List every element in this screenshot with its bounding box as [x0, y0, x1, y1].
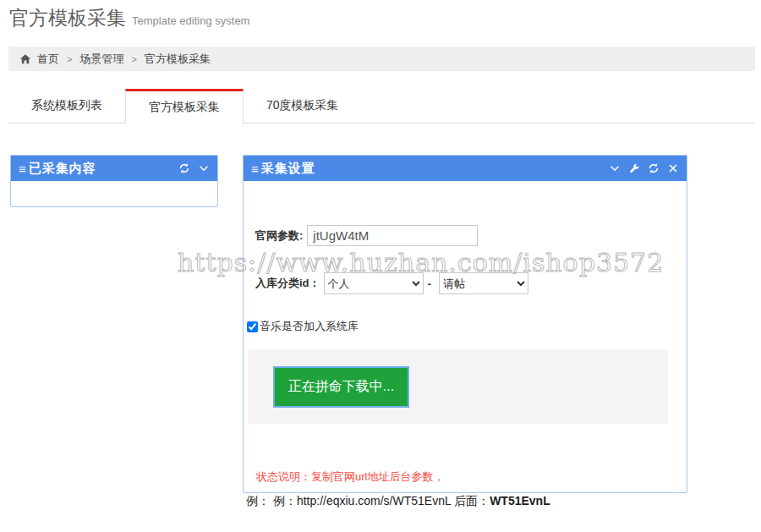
breadcrumb-separator: > [131, 54, 136, 64]
official-param-row: 官网参数: [255, 225, 478, 246]
tab-official-template-collect[interactable]: 官方模板采集 [125, 89, 244, 124]
category-id-row: 入库分类id： 个人 - 请帖 [255, 272, 528, 294]
close-icon[interactable] [667, 162, 679, 174]
tab-system-template-list[interactable]: 系统模板列表 [8, 89, 125, 123]
refresh-icon[interactable] [178, 162, 190, 174]
menu-icon: ≡ [251, 162, 258, 176]
breadcrumb-separator: > [67, 54, 72, 64]
music-checkbox-row: 音乐是否加入系统库 [247, 319, 359, 334]
tab-70du-template-collect[interactable]: 70度模板采集 [244, 89, 362, 123]
chevron-down-icon[interactable] [198, 162, 210, 174]
example-text: 例： 例：http://eqxiu.com/s/WT51EvnL 后面： [246, 494, 490, 507]
page: 官方模板采集Template editing system 首页 > 场景管理 … [0, 0, 761, 532]
collected-content-panel-header: ≡ 已采集内容 [11, 156, 217, 181]
collect-settings-panel-title: 采集设置 [261, 161, 315, 177]
breadcrumb-item-current: 官方模板采集 [145, 52, 211, 67]
collect-settings-panel-header: ≡ 采集设置 [244, 156, 687, 181]
page-title-text: 官方模板采集 [9, 7, 126, 29]
chevron-down-icon[interactable] [609, 162, 621, 174]
menu-icon: ≡ [19, 162, 25, 176]
category-primary-select[interactable]: 个人 [324, 272, 424, 294]
collected-content-panel-title: 已采集内容 [29, 161, 96, 177]
refresh-icon[interactable] [648, 162, 660, 174]
category-separator: - [428, 277, 431, 290]
example-param-bold: WT51EvnL [490, 494, 550, 507]
download-button[interactable]: 正在拼命下载中... [273, 366, 409, 408]
page-title: 官方模板采集Template editing system [9, 5, 249, 31]
official-param-label: 官网参数: [255, 228, 303, 244]
music-checkbox-label: 音乐是否加入系统库 [260, 319, 359, 334]
collected-content-panel: ≡ 已采集内容 [10, 155, 218, 207]
category-id-label: 入库分类id： [255, 276, 320, 291]
collect-settings-panel-body: 官网参数: 入库分类id： 个人 - 请帖 音乐是否加入系统库 正在拼命下载中.… [244, 181, 687, 493]
music-checkbox[interactable] [247, 321, 258, 332]
tab-bar: 系统模板列表 官方模板采集 70度模板采集 [8, 89, 755, 123]
download-action-area: 正在拼命下载中... [248, 349, 668, 424]
wrench-icon[interactable] [628, 162, 640, 174]
collect-settings-panel: ≡ 采集设置 [243, 155, 687, 493]
breadcrumb-item-home[interactable]: 首页 [37, 52, 59, 67]
breadcrumb: 首页 > 场景管理 > 官方模板采集 [8, 47, 755, 71]
official-param-input[interactable] [307, 225, 478, 246]
home-icon [19, 53, 31, 65]
page-subtitle: Template editing system [132, 14, 249, 27]
status-note: 状态说明：复制官网url地址后台参数， [256, 469, 444, 485]
collected-content-panel-body [11, 181, 217, 206]
category-secondary-select[interactable]: 请帖 [439, 272, 528, 294]
breadcrumb-item-scene[interactable]: 场景管理 [79, 52, 123, 67]
example-line: 例： 例：http://eqxiu.com/s/WT51EvnL 后面：WT51… [246, 494, 550, 509]
